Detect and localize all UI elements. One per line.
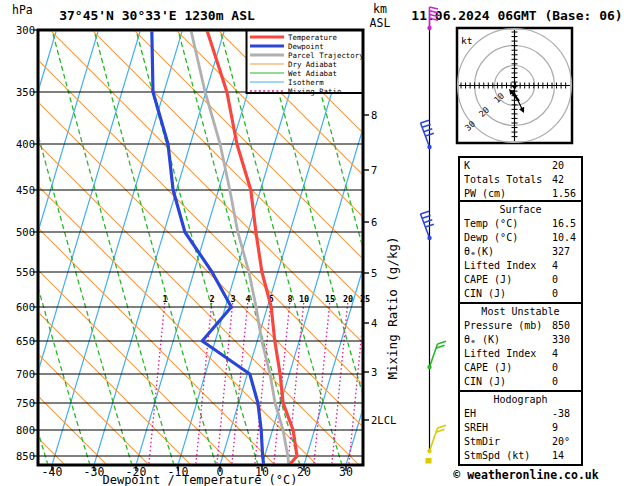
stats-row: Totals Totals42	[460, 173, 581, 187]
stats-box: K20Totals Totals42PW (cm)1.56	[458, 156, 583, 202]
km-tick-label: 4	[371, 317, 377, 329]
km-tick-label: 6	[371, 216, 377, 228]
stats-label: Dewp (°C)	[464, 232, 518, 243]
stats-label: Totals Totals	[464, 174, 542, 185]
stats-value: 4	[552, 259, 558, 273]
stats-row: Temp (°C)16.5	[460, 217, 581, 231]
km-tick-label: 5	[371, 267, 377, 279]
legend-item-label: Dewpoint	[288, 42, 324, 51]
pressure-tick-label: 750	[16, 397, 35, 409]
stats-label: θₑ (K)	[464, 334, 500, 345]
stats-box-header: Hodograph	[460, 393, 581, 407]
stats-value: 14	[552, 449, 564, 463]
wind-barb-feather	[438, 425, 447, 428]
sounding-curves	[152, 30, 297, 465]
stats-box: HodographEH-38SREH9StmDir20°StmSpd (kt)1…	[458, 390, 583, 466]
wind-barb-feather	[438, 341, 447, 344]
datetime-label: 11.06.2024 06GMT (Base: 06)	[411, 8, 622, 23]
mixing-ratio-axis-title: Mixing Ratio (g/kg)	[385, 237, 400, 380]
mixing-ratio-value-label: 10	[299, 294, 309, 304]
stats-label: Lifted Index	[464, 348, 536, 359]
stats-row: StmSpd (kt)14	[460, 449, 581, 463]
legend: TemperatureDewpointParcel TrajectoryDry …	[247, 31, 365, 97]
stats-row: Dewp (°C)10.4	[460, 231, 581, 245]
stats-label: StmDir	[464, 436, 500, 447]
pressure-tick-label: 700	[16, 368, 35, 380]
altitude-unit-km: km	[373, 2, 387, 16]
stats-value: -38	[552, 407, 570, 421]
altitude-unit-asl: ASL	[370, 16, 391, 30]
pressure-unit-label: hPa	[12, 3, 33, 17]
stats-value: 0	[552, 375, 558, 389]
temp-tick-label: 20	[297, 465, 311, 479]
stats-label: CAPE (J)	[464, 274, 512, 285]
isotherm-line	[52, 30, 183, 465]
stats-row: StmDir20°	[460, 435, 581, 449]
pressure-tick-label: 450	[16, 184, 35, 196]
stats-row: Pressure (mb)850	[460, 319, 581, 333]
legend-item-label: Temperature	[288, 33, 337, 42]
km-tick-label: 7	[371, 164, 377, 176]
stats-row: θₑ (K)330	[460, 333, 581, 347]
stats-value: 0	[552, 273, 558, 287]
stats-row: CAPE (J)0	[460, 273, 581, 287]
stats-label: CAPE (J)	[464, 362, 512, 373]
copyright: © weatheronline.co.uk	[430, 468, 622, 482]
legend-item-label: Dry Adiabat	[288, 60, 337, 69]
stats-label: CIN (J)	[464, 376, 506, 387]
stats-value: 42	[552, 173, 564, 187]
hodograph-origin-dot	[513, 85, 516, 88]
mixing-ratio-line	[314, 303, 330, 465]
mixing-ratio-value-label: 4	[245, 294, 250, 304]
wind-barb	[426, 425, 447, 463]
wet-adiabat-line	[0, 30, 90, 465]
stats-label: K	[464, 160, 470, 171]
isotherm-line	[0, 30, 15, 465]
legend-item-label: Mixing Ratio	[288, 87, 341, 96]
stats-row: Lifted Index4	[460, 347, 581, 361]
wind-barb-feather	[424, 220, 433, 223]
hodograph-rings: 102030	[458, 29, 572, 143]
mixing-ratio-value-label: 20	[343, 294, 353, 304]
pressure-tick-label: 550	[16, 266, 35, 278]
stats-label: θₑ(K)	[464, 246, 494, 257]
km-tick-label: 3	[371, 366, 377, 378]
pressure-tick-label: 300	[16, 24, 35, 36]
x-axis-title: Dewpoint / Temperature (°C)	[102, 473, 297, 486]
mixing-ratio-value-label: 15	[325, 294, 335, 304]
wind-barb-feather	[421, 120, 430, 123]
pressure-tick-label: 400	[16, 138, 35, 150]
stats-row: CIN (J)0	[460, 287, 581, 301]
wind-barb-column	[421, 7, 447, 464]
stats-box: Most UnstablePressure (mb)850θₑ (K)330Li…	[458, 302, 583, 392]
page-title: 37°45'N 30°33'E 1230m ASL	[59, 8, 255, 23]
dry-adiabat-line	[8, 30, 443, 465]
stats-value: 16.5	[552, 217, 576, 231]
legend-item-label: Parcel Trajectory	[288, 51, 364, 60]
stats-label: EH	[464, 408, 476, 419]
stats-label: SREH	[464, 422, 488, 433]
pressure-tick-label: 350	[16, 86, 35, 98]
stats-label: Lifted Index	[464, 260, 536, 271]
mixing-ratio-value-label: 8	[287, 294, 292, 304]
stats-value: 4	[552, 347, 558, 361]
stats-label: StmSpd (kt)	[464, 450, 530, 461]
temp-tick-label: -40	[42, 465, 63, 479]
stats-row: EH-38	[460, 407, 581, 421]
stats-row: PW (cm)1.56	[460, 187, 581, 201]
wind-barb-feather	[424, 129, 433, 132]
stats-row: θₑ(K)327	[460, 245, 581, 259]
wet-adiabat-line	[598, 30, 629, 465]
km-tick-label: 8	[371, 109, 377, 121]
wind-barb	[427, 341, 446, 369]
mixing-ratio-value-label: 3	[230, 294, 235, 304]
stats-row: Lifted Index4	[460, 259, 581, 273]
wind-barb	[421, 120, 434, 149]
mixing-ratio-value-label: 2	[209, 294, 214, 304]
dry-adiabat-line	[0, 30, 317, 465]
stats-value: 10.4	[552, 231, 576, 245]
pressure-gridlines	[33, 30, 369, 471]
stats-row: CAPE (J)0	[460, 361, 581, 375]
km-tick-label: 2LCL	[371, 414, 396, 426]
wind-barb	[421, 211, 434, 240]
